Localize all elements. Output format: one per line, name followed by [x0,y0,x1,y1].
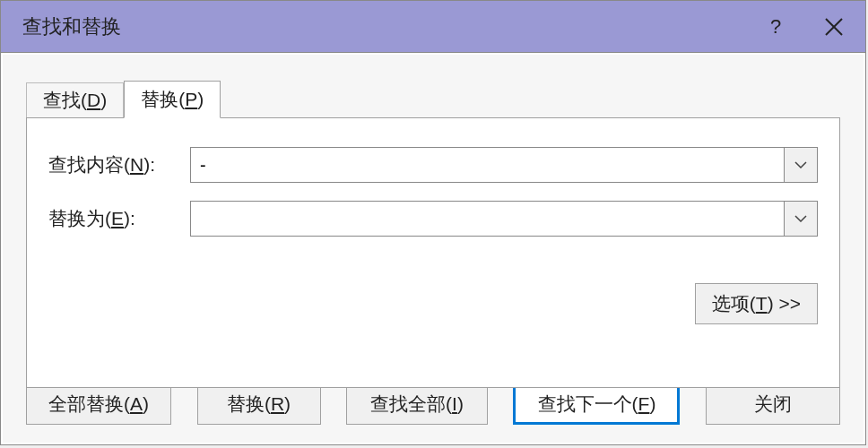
find-replace-dialog: 查找和替换 ? 查找(D) 替换(P) 查找内容(N): [0,0,866,445]
find-content-dropdown-button[interactable] [784,147,818,183]
tabs: 查找(D) 替换(P) [26,80,221,117]
replace-with-row: 替换为(E): [48,201,818,237]
replace-panel: 查找内容(N): 替换为(E): [26,117,840,388]
tab-find[interactable]: 查找(D) [26,82,124,117]
titlebar: 查找和替换 ? [1,1,865,53]
tab-replace[interactable]: 替换(P) [124,81,221,118]
replace-with-label: 替换为(E): [48,206,190,231]
chevron-down-icon [794,161,807,168]
close-button[interactable]: 关闭 [706,383,840,425]
options-row: 选项(T) >> [48,283,818,324]
replace-button[interactable]: 替换(R) [197,383,321,425]
find-content-label: 查找内容(N): [48,152,190,177]
replace-with-input[interactable] [190,201,784,237]
replace-with-combo [190,201,818,237]
content-area: 查找(D) 替换(P) 查找内容(N): 替换为(E [1,53,865,444]
action-buttons: 全部替换(A) 替换(R) 查找全部(I) 查找下一个(F) 关闭 [26,383,840,425]
find-content-combo [190,147,818,183]
dialog-title: 查找和替换 [22,13,749,40]
close-icon[interactable] [803,1,865,53]
find-content-input[interactable] [190,147,784,183]
replace-with-dropdown-button[interactable] [784,201,818,237]
replace-all-button[interactable]: 全部替换(A) [26,383,171,425]
find-content-row: 查找内容(N): [48,147,818,183]
help-button[interactable]: ? [749,1,803,53]
options-button[interactable]: 选项(T) >> [695,283,818,324]
find-all-button[interactable]: 查找全部(I) [346,383,488,425]
chevron-down-icon [794,215,807,222]
find-next-button[interactable]: 查找下一个(F) [513,383,680,425]
